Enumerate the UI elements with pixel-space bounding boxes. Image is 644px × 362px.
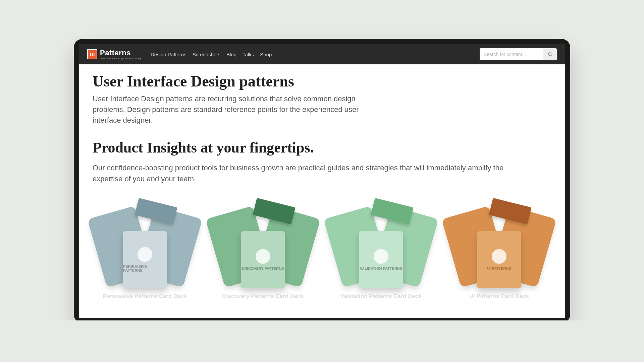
nav-shop[interactable]: Shop	[260, 52, 272, 57]
logo-title: Patterns	[100, 49, 141, 57]
page-title: User Interface Design patterns	[93, 72, 551, 90]
product-title: Validation Patterns Card Deck	[340, 293, 422, 300]
search-button[interactable]	[543, 48, 557, 60]
card-deck-image: PERSUASIVE PATTERNS	[96, 201, 194, 288]
nav-links: Design Patterns Screenshots Blog Talks S…	[151, 52, 272, 57]
search-icon	[548, 52, 553, 57]
product-validation-patterns[interactable]: VALIDATION PATTERNS Validation Patterns …	[330, 201, 432, 300]
search	[480, 48, 557, 60]
letterbox-bottom	[0, 320, 644, 362]
card-deck-image: VALIDATION PATTERNS	[332, 201, 430, 288]
nav-blog[interactable]: Blog	[226, 52, 236, 57]
monitor-frame: UI Patterns User Interface Design Patter…	[74, 39, 570, 323]
page-lead: User Interface Design patterns are recur…	[93, 94, 374, 126]
product-title: Discovery Patterns Card Deck	[222, 293, 304, 300]
svg-line-1	[551, 55, 552, 56]
letterbox-top	[0, 0, 644, 42]
nav-talks[interactable]: Talks	[243, 52, 254, 57]
card-deck-image: UI PATTERNS	[450, 201, 548, 288]
deck-box-label: VALIDATION PATTERNS	[360, 266, 402, 270]
section-title: Product Insights at your fingertips.	[93, 139, 551, 156]
nav-design-patterns[interactable]: Design Patterns	[151, 52, 186, 57]
logo-badge-icon: UI	[87, 49, 97, 59]
deck-box-label: UI PATTERNS	[487, 266, 511, 270]
section-lead: Our confidence-boosting product tools fo…	[93, 162, 529, 184]
product-title: UI Patterns Card Deck	[469, 293, 529, 300]
product-persuasive-patterns[interactable]: PERSUASIVE PATTERNS Persuasive Patterns …	[94, 201, 196, 300]
page-content: User Interface Design patterns User Inte…	[79, 64, 565, 300]
deck-box-label: PERSUASIVE PATTERNS	[123, 264, 167, 273]
logo-text: Patterns User Interface Design Pattern L…	[100, 49, 141, 60]
navbar: UI Patterns User Interface Design Patter…	[79, 44, 565, 64]
svg-point-0	[548, 52, 551, 55]
screen-viewport: UI Patterns User Interface Design Patter…	[79, 44, 565, 318]
logo-subtitle: User Interface Design Pattern Library	[100, 57, 141, 60]
card-deck-image: DISCOVERY PATTERNS	[214, 201, 312, 288]
deck-box-label: DISCOVERY PATTERNS	[242, 266, 284, 270]
product-cards-row: PERSUASIVE PATTERNS Persuasive Patterns …	[93, 201, 551, 300]
product-title: Persuasive Patterns Card Deck	[103, 293, 187, 300]
logo[interactable]: UI Patterns User Interface Design Patter…	[87, 49, 141, 60]
product-ui-patterns[interactable]: UI PATTERNS UI Patterns Card Deck	[448, 201, 550, 300]
product-discovery-patterns[interactable]: DISCOVERY PATTERNS Discovery Patterns Ca…	[212, 201, 314, 300]
nav-screenshots[interactable]: Screenshots	[193, 52, 220, 57]
search-input[interactable]	[480, 48, 543, 60]
